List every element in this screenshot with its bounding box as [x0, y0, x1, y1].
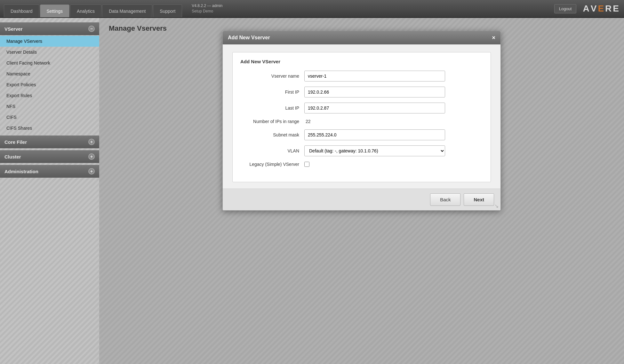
brand-logo: A V E R E — [583, 4, 620, 14]
vserver-name-input[interactable] — [304, 71, 445, 81]
page-content: Manage Vservers Add New Vserver × Add Ne… — [99, 18, 624, 364]
nav-right: Logout A V E R E — [554, 4, 620, 14]
last-ip-input[interactable] — [304, 103, 445, 113]
first-ip-row: First IP — [240, 87, 483, 97]
modal-body: Add New VServer Vserver name First IP — [223, 44, 500, 189]
tab-dashboard[interactable]: Dashboard — [4, 4, 39, 17]
num-ips-value: 22 — [304, 119, 311, 124]
sidebar-item-export-rules[interactable]: Export Rules — [0, 90, 99, 101]
sidebar-item-namespace[interactable]: Namespace — [0, 68, 99, 79]
legacy-vserver-row: Legacy (Simple) VServer — [240, 161, 483, 167]
core-filer-expand-icon: + — [88, 139, 95, 145]
sidebar-section-cluster[interactable]: Cluster + — [0, 150, 99, 163]
num-ips-label: Number of IPs in range — [240, 119, 304, 124]
legacy-vserver-label: Legacy (Simple) VServer — [240, 161, 304, 167]
main-layout: VServer − Manage VServers Vserver Detail… — [0, 18, 624, 364]
next-button[interactable]: Next — [464, 193, 494, 206]
vserver-collapse-icon: − — [88, 26, 95, 32]
sidebar-item-vserver-details[interactable]: Vserver Details — [0, 47, 99, 58]
add-vserver-modal: Add New Vserver × Add New VServer Vserve… — [222, 31, 501, 211]
subnet-mask-label: Subnet mask — [240, 132, 304, 138]
modal-footer: Back Next — [223, 189, 500, 210]
sidebar-section-administration[interactable]: Administration + — [0, 165, 99, 178]
logout-button[interactable]: Logout — [554, 4, 577, 13]
first-ip-input[interactable] — [304, 87, 445, 97]
modal-header: Add New Vserver × — [223, 31, 500, 44]
tab-data-management[interactable]: Data Management — [102, 4, 152, 17]
nav-tabs: Dashboard Settings Analytics Data Manage… — [4, 0, 182, 17]
form-section-title: Add New VServer — [240, 59, 483, 64]
subnet-mask-row: Subnet mask — [240, 129, 483, 140]
sidebar: VServer − Manage VServers Vserver Detail… — [0, 18, 99, 364]
modal-overlay: Add New Vserver × Add New VServer Vserve… — [99, 18, 624, 364]
vserver-name-row: Vserver name — [240, 71, 483, 81]
vlan-select[interactable]: Default (tag: -, gateway: 10.1.0.76) — [304, 145, 445, 156]
sidebar-item-nfs[interactable]: NFS — [0, 101, 99, 112]
sidebar-item-client-facing-network[interactable]: Client Facing Network — [0, 58, 99, 68]
last-ip-row: Last IP — [240, 103, 483, 113]
modal-title: Add New Vserver — [228, 35, 270, 41]
form-section: Add New VServer Vserver name First IP — [232, 52, 491, 182]
tab-support[interactable]: Support — [153, 4, 182, 17]
num-ips-row: Number of IPs in range 22 — [240, 119, 483, 124]
vlan-label: VLAN — [240, 148, 304, 154]
top-nav: Dashboard Settings Analytics Data Manage… — [0, 0, 624, 18]
first-ip-label: First IP — [240, 89, 304, 95]
cluster-expand-icon: + — [88, 153, 95, 160]
sidebar-item-export-policies[interactable]: Export Policies — [0, 79, 99, 90]
sidebar-item-manage-vservers[interactable]: Manage VServers — [0, 36, 99, 47]
vlan-row: VLAN Default (tag: -, gateway: 10.1.0.76… — [240, 145, 483, 156]
vserver-name-label: Vserver name — [240, 73, 304, 79]
subnet-mask-input[interactable] — [304, 129, 445, 140]
administration-expand-icon: + — [88, 168, 95, 174]
back-button[interactable]: Back — [430, 193, 460, 206]
sidebar-section-core-filer[interactable]: Core Filer + — [0, 136, 99, 148]
modal-close-button[interactable]: × — [492, 35, 495, 41]
sidebar-item-cifs-shares[interactable]: CIFS Shares — [0, 123, 99, 134]
sidebar-item-cifs[interactable]: CIFS — [0, 112, 99, 123]
legacy-vserver-checkbox[interactable] — [304, 162, 309, 167]
tab-analytics[interactable]: Analytics — [70, 4, 101, 17]
tab-settings[interactable]: Settings — [40, 4, 70, 17]
last-ip-label: Last IP — [240, 105, 304, 111]
nav-version: V4.8.2.2 --- admin Setup Demo — [192, 3, 222, 14]
sidebar-section-vserver[interactable]: VServer − — [0, 22, 99, 35]
